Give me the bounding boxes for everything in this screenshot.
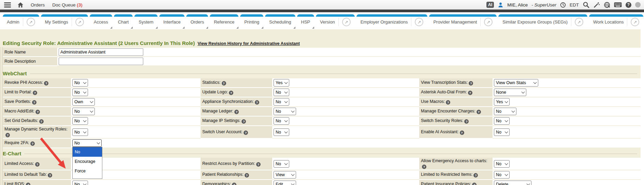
require-2fa-select[interactable]: No xyxy=(72,139,102,147)
role-description-input[interactable] xyxy=(59,58,143,65)
help-icon[interactable]: ? xyxy=(229,91,233,95)
patient-relationships-select[interactable]: View xyxy=(274,171,296,179)
use-macros-select[interactable]: Yes xyxy=(494,98,510,106)
view-transcription-stats-select[interactable]: View Own Stats xyxy=(494,79,538,87)
tab-chart[interactable]: Chart xyxy=(114,14,133,27)
popout-icon[interactable]: ↗ xyxy=(72,18,84,26)
field-label-cell: Limit to Portal:? xyxy=(3,88,71,97)
limited-to-restricted-items-select[interactable]: No xyxy=(494,171,510,179)
nav-orders[interactable]: Orders xyxy=(31,2,45,7)
help-icon[interactable]: ? xyxy=(39,119,44,124)
dropdown-option-no[interactable]: No xyxy=(73,147,102,157)
help-icon[interactable]: ? xyxy=(626,2,631,8)
wand-icon[interactable] xyxy=(593,1,600,8)
tab-interface[interactable]: Interface xyxy=(159,14,185,27)
tab-printing[interactable]: Printing xyxy=(240,14,263,27)
search-icon[interactable] xyxy=(583,1,589,8)
update-logo-select[interactable]: No xyxy=(274,89,289,96)
popout-icon[interactable]: ↗ xyxy=(23,18,35,26)
dropdown-option-force[interactable]: Force xyxy=(73,166,102,176)
clock-icon[interactable] xyxy=(560,2,566,8)
dropdown-option-encourage[interactable]: Encourage xyxy=(73,157,102,166)
help-icon[interactable]: ? xyxy=(222,81,226,86)
field-label-cell: Set Grid Defaults:? xyxy=(3,117,71,126)
chevron-down-icon xyxy=(83,90,87,94)
restrict-access-by-partition-select[interactable]: No xyxy=(274,160,289,168)
help-icon[interactable]: ? xyxy=(446,100,450,105)
help-icon[interactable]: ? xyxy=(255,100,259,105)
help-icon[interactable]: ? xyxy=(464,119,469,124)
switch-user-account-select[interactable]: No xyxy=(274,128,289,136)
help-icon[interactable]: ? xyxy=(473,173,478,178)
help-icon[interactable]: ? xyxy=(26,183,30,185)
manage-encounter-charges-select[interactable]: No xyxy=(494,108,516,115)
role-name-input[interactable] xyxy=(59,48,143,56)
help-icon[interactable]: ? xyxy=(33,91,37,95)
help-icon[interactable]: ? xyxy=(48,173,52,178)
allow-emergency-access-select[interactable]: No xyxy=(494,160,510,168)
tab-hsp[interactable]: HSP xyxy=(297,14,314,27)
help-icon[interactable]: ? xyxy=(422,165,426,169)
help-icon[interactable]: ? xyxy=(244,130,248,135)
asterisk-auto-dial-from-select[interactable]: None xyxy=(494,89,526,96)
popout-icon[interactable]: ↗ xyxy=(627,18,639,26)
tab-provider-management[interactable]: Provider Management↗ xyxy=(429,14,497,27)
tab-employer-organizations[interactable]: Employer Organizations↗ xyxy=(356,14,428,27)
home-icon[interactable] xyxy=(17,2,24,8)
help-icon[interactable]: ? xyxy=(30,141,35,146)
divider-bar xyxy=(0,10,644,12)
help-icon[interactable]: ? xyxy=(44,81,48,86)
macro-add-edit-select[interactable]: No xyxy=(72,108,95,115)
help-icon[interactable]: ? xyxy=(472,183,477,185)
tab-my-settings[interactable]: My Settings↗ xyxy=(41,14,88,27)
globe-phone-icon[interactable] xyxy=(604,2,610,8)
enable-ai-assistant-select[interactable]: No xyxy=(494,128,510,136)
help-icon[interactable]: ? xyxy=(35,162,40,167)
tab-similar-exposure-groups[interactable]: Similar Exposure Groups (SEGs)↗ xyxy=(498,14,587,27)
limit-to-portal-select[interactable]: No xyxy=(72,89,88,96)
keyboard-icon[interactable] xyxy=(614,2,622,7)
popout-icon[interactable]: ↗ xyxy=(571,18,583,26)
user-name[interactable]: MIE, Alice xyxy=(507,2,528,7)
help-icon[interactable]: ? xyxy=(5,133,10,137)
help-icon[interactable]: ? xyxy=(32,100,36,105)
set-grid-defaults-select[interactable]: No xyxy=(72,117,88,125)
help-icon[interactable]: ? xyxy=(469,81,473,86)
patient-insurance-policies-select[interactable]: Delete xyxy=(494,181,531,185)
manage-dynamic-security-roles-select[interactable]: No xyxy=(72,128,88,136)
help-icon[interactable]: ? xyxy=(234,110,239,114)
revision-history-link[interactable]: View Revision History for Administrative… xyxy=(197,41,300,46)
manage-ledger-select[interactable]: No xyxy=(274,108,296,115)
appliance-synchronization-select[interactable]: No xyxy=(274,98,289,106)
popout-icon[interactable]: ↗ xyxy=(411,18,423,26)
help-icon[interactable]: ? xyxy=(245,173,249,178)
help-icon[interactable]: ? xyxy=(256,162,261,167)
help-icon[interactable]: ? xyxy=(460,130,464,135)
tab-admin[interactable]: Admin↗ xyxy=(3,14,39,27)
ai-assistant-badge[interactable]: AI xyxy=(486,2,494,8)
field-label-cell: Appliance Synchronization:? xyxy=(201,97,272,107)
help-icon[interactable]: ? xyxy=(232,183,236,185)
save-portlets-select[interactable]: Own xyxy=(72,98,95,106)
menu-icon[interactable] xyxy=(4,2,11,7)
help-icon[interactable]: ? xyxy=(35,110,40,114)
popout-icon[interactable]: ↗ xyxy=(480,18,493,26)
help-icon[interactable]: ? xyxy=(468,91,472,95)
help-icon[interactable]: ? xyxy=(477,110,481,114)
tab-version[interactable]: Version↗ xyxy=(316,14,354,27)
popout-icon[interactable]: ↗ xyxy=(338,18,351,26)
nav-doc-queue[interactable]: Doc Queue (3) xyxy=(52,2,83,7)
limit-ros-select[interactable]: No xyxy=(72,181,88,185)
tab-work-locations[interactable]: Work Locations↗ xyxy=(589,14,643,27)
tab-system[interactable]: System xyxy=(134,14,157,27)
manage-ip-settings-select[interactable]: No xyxy=(274,117,289,125)
statistics-select[interactable]: Yes xyxy=(274,79,289,87)
help-icon[interactable]: ? xyxy=(241,119,246,124)
switch-security-roles-select[interactable]: No xyxy=(494,117,510,125)
tab-orders[interactable]: Orders xyxy=(186,14,208,27)
demographics-select[interactable]: Edit xyxy=(274,181,296,185)
tab-scheduling[interactable]: Scheduling xyxy=(265,14,295,27)
revoke-phi-access-select[interactable]: No xyxy=(72,79,88,87)
tab-reference[interactable]: Reference xyxy=(210,14,238,27)
tab-access[interactable]: Access xyxy=(90,14,112,27)
